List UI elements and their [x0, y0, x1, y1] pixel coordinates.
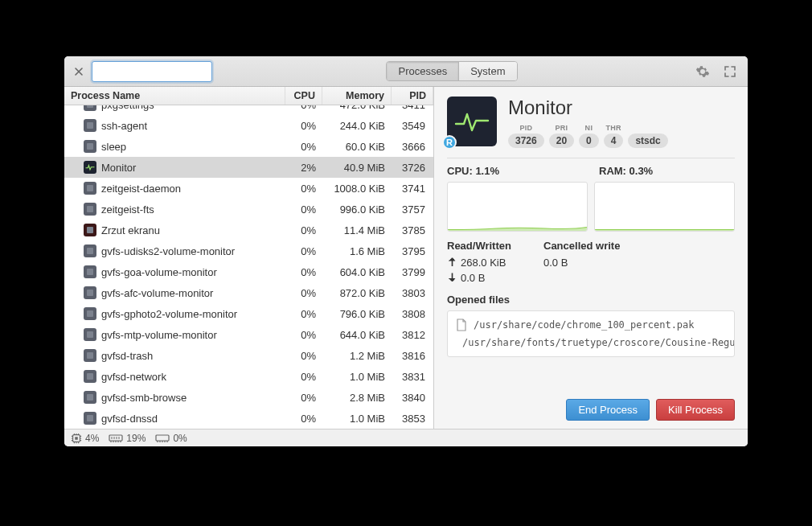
process-pid: 3549 [392, 120, 433, 132]
process-icon [84, 161, 96, 174]
search-input[interactable] [100, 65, 236, 77]
process-row[interactable]: gvfs-udisks2-volume-monitor0%1.6 MiB3795 [64, 240, 433, 261]
window-close-button[interactable] [71, 64, 87, 80]
usage-labels: CPU: 1.1% RAM: 0.3% [447, 165, 735, 177]
opened-file-path: /usr/share/code/chrome_100_percent.pak [474, 319, 695, 331]
opened-file-row[interactable]: /usr/share/code/chrome_100_percent.pak [448, 316, 734, 334]
process-list-body[interactable]: pxgsettings0%472.0 KiB3411ssh-agent0%244… [64, 105, 433, 429]
process-name: gvfs-mtp-volume-monitor [101, 329, 217, 341]
detail-title: Monitor [508, 97, 668, 119]
ram-usage-label: RAM: 0.3% [599, 165, 735, 177]
process-name: zeitgeist-fts [101, 203, 154, 216]
col-header-memory[interactable]: Memory [322, 87, 392, 105]
process-cpu: 0% [285, 392, 322, 404]
process-memory: 40.9 MiB [322, 162, 392, 174]
cpu-icon [71, 433, 82, 444]
process-row[interactable]: zeitgeist-daemon0%1008.0 KiB3741 [64, 178, 433, 199]
process-pid: 3799 [392, 266, 433, 278]
process-row[interactable]: gvfsd-smb-browse0%2.8 MiB3840 [64, 387, 433, 408]
statusbar-memory: 19% [109, 433, 146, 444]
action-buttons: End Process Kill Process [447, 391, 735, 421]
process-row[interactable]: gvfs-goa-volume-monitor0%604.0 KiB3799 [64, 261, 433, 282]
settings-button[interactable] [691, 60, 714, 83]
tab-system[interactable]: System [458, 62, 516, 80]
process-pid: 3831 [392, 371, 433, 383]
process-icon [84, 140, 96, 153]
status-badge: R [442, 135, 457, 150]
process-memory: 872.0 KiB [322, 287, 392, 299]
process-memory: 1.0 MiB [322, 413, 392, 425]
process-name: Zrzut ekranu [101, 224, 160, 236]
process-row[interactable]: Monitor2%40.9 MiB3726 [64, 157, 433, 178]
chip-label-ni: NI [585, 124, 593, 132]
process-icon [84, 412, 96, 425]
process-row[interactable]: Zrzut ekranu0%11.4 MiB3785 [64, 220, 433, 240]
process-pid: 3803 [392, 287, 433, 299]
process-cpu: 0% [285, 287, 322, 299]
process-list-header[interactable]: Process Name CPU Memory PID [64, 87, 433, 105]
process-icon [84, 105, 96, 111]
process-name: gvfsd-network [101, 371, 166, 383]
process-icon [84, 182, 96, 195]
process-name: gvfsd-dnssd [101, 413, 158, 425]
process-cpu: 0% [285, 120, 322, 132]
opened-files-list[interactable]: /usr/share/code/chrome_100_percent.pak/u… [447, 310, 735, 357]
process-pid: 3812 [392, 329, 433, 341]
maximize-button[interactable] [719, 60, 741, 83]
detail-pane: R Monitor PID3726 PRI20 NI0 THR4 stsdc C… [434, 87, 748, 429]
process-row[interactable]: gvfsd-network0%1.0 MiB3831 [64, 366, 433, 387]
process-name: zeitgeist-daemon [101, 183, 181, 195]
upload-icon: 🠅 [447, 257, 457, 269]
read-value: 268.0 KiB [461, 257, 506, 269]
col-header-cpu[interactable]: CPU [285, 87, 322, 105]
process-icon [84, 391, 96, 404]
process-memory: 1.6 MiB [322, 245, 392, 257]
process-icon [84, 224, 96, 236]
view-switcher: Processes System [386, 61, 517, 81]
process-memory: 11.4 MiB [322, 224, 392, 236]
process-row[interactable]: gvfs-gphoto2-volume-monitor0%796.0 KiB38… [64, 303, 433, 324]
tab-processes[interactable]: Processes [387, 62, 458, 80]
col-header-pid[interactable]: PID [392, 87, 433, 105]
kill-process-button[interactable]: Kill Process [656, 399, 735, 421]
process-row[interactable]: gvfs-mtp-volume-monitor0%644.0 KiB3812 [64, 324, 433, 345]
file-icon [456, 318, 467, 331]
process-memory: 1.2 MiB [322, 350, 392, 362]
process-icon [84, 265, 96, 278]
process-row[interactable]: zeitgeist-fts0%996.0 KiB3757 [64, 199, 433, 220]
process-row[interactable]: gvfs-afc-volume-monitor0%872.0 KiB3803 [64, 282, 433, 303]
process-cpu: 0% [285, 141, 322, 153]
process-icon [84, 203, 96, 216]
process-name: gvfs-goa-volume-monitor [101, 266, 217, 278]
app-window: Processes System Process Name CPU Memory… [64, 56, 748, 446]
process-icon [84, 286, 96, 299]
process-pid: 3411 [392, 105, 433, 111]
process-pid: 3666 [392, 141, 433, 153]
process-memory: 796.0 KiB [322, 308, 392, 320]
process-memory: 1008.0 KiB [322, 183, 392, 195]
opened-file-row[interactable]: /usr/share/fonts/truetype/croscore/Cousi… [448, 334, 734, 351]
process-cpu: 0% [285, 329, 322, 341]
col-header-name[interactable]: Process Name [64, 87, 285, 105]
end-process-button[interactable]: End Process [566, 399, 650, 421]
search-field[interactable] [92, 61, 212, 82]
process-pid: 3840 [392, 392, 433, 404]
process-row[interactable]: gvfsd-trash0%1.2 MiB3816 [64, 345, 433, 366]
process-row[interactable]: ssh-agent0%244.0 KiB3549 [64, 115, 433, 136]
process-cpu: 0% [285, 308, 322, 320]
usage-graphs [447, 182, 735, 232]
chip-pid: 3726 [508, 134, 544, 148]
process-row[interactable]: pxgsettings0%472.0 KiB3411 [64, 105, 433, 115]
written-value: 0.0 B [461, 272, 485, 284]
cancelled-value: 0.0 B [543, 257, 568, 269]
process-cpu: 0% [285, 203, 322, 216]
cpu-usage-label: CPU: 1.1% [447, 165, 583, 177]
opened-files-header: Opened files [447, 294, 735, 306]
chip-pri: 20 [549, 134, 574, 148]
process-name: gvfs-afc-volume-monitor [101, 287, 213, 299]
process-pid: 3741 [392, 183, 433, 195]
process-row[interactable]: gvfsd-dnssd0%1.0 MiB3853 [64, 408, 433, 429]
swap-icon [155, 434, 170, 443]
process-row[interactable]: sleep0%60.0 KiB3666 [64, 136, 433, 157]
chip-label-pid: PID [519, 124, 532, 132]
